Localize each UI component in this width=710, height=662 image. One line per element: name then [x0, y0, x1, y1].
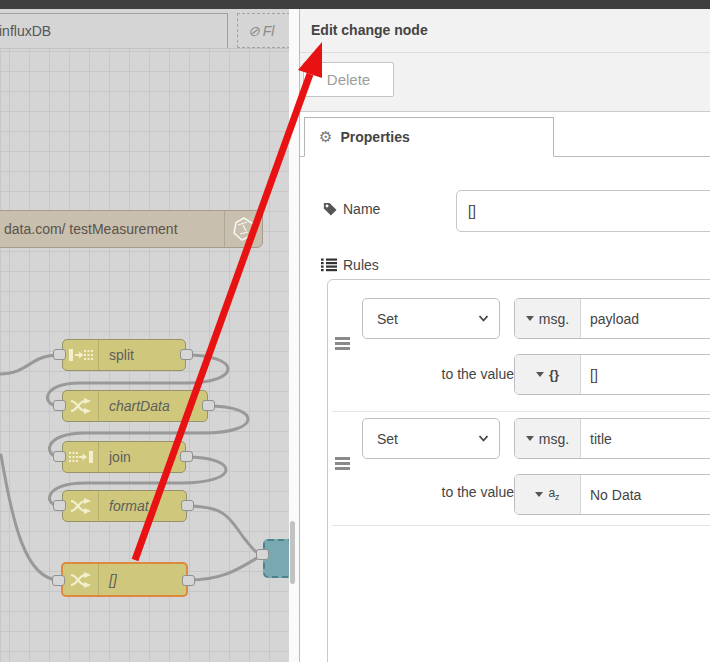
chevron-down-icon: [478, 435, 489, 442]
rule-property-input[interactable]: msg. payload: [514, 298, 710, 339]
flow-canvas[interactable]: influxDB ⊘ Fl data.com/ testMeasurement: [0, 9, 289, 662]
name-field-label: Name: [323, 201, 380, 217]
node-split[interactable]: split: [62, 339, 186, 371]
delete-button[interactable]: Delete: [303, 62, 394, 97]
gear-icon: ⚙: [319, 128, 332, 146]
port-input[interactable]: [53, 500, 66, 511]
rule-divider: [332, 525, 710, 526]
node-change-empty-array[interactable]: []: [61, 562, 188, 597]
tray-tabrow: ⚙ Properties: [300, 112, 710, 157]
port-output[interactable]: [180, 451, 193, 462]
caret-down-icon: [526, 316, 534, 321]
caret-down-icon: [536, 372, 544, 377]
canvas-scrollbar-track: [289, 9, 299, 662]
node-label: []: [99, 572, 117, 588]
port-input[interactable]: [53, 400, 66, 411]
list-icon: [321, 258, 337, 272]
rule-divider: [332, 411, 710, 412]
port-input[interactable]: [53, 451, 66, 462]
tag-icon: [323, 202, 337, 216]
editor-header-bar: [0, 0, 710, 9]
change-shuffle-icon: [63, 391, 99, 421]
node-label: join: [99, 449, 131, 465]
rule-value-input[interactable]: az No Data: [514, 474, 710, 515]
node-change-chartdata[interactable]: chartData: [62, 390, 208, 422]
port-output[interactable]: [182, 575, 195, 586]
node-label: format: [99, 498, 149, 514]
port-output[interactable]: [202, 400, 215, 411]
rule-action-select[interactable]: Set: [362, 418, 500, 459]
caret-down-icon: [535, 492, 543, 497]
change-shuffle-icon: [63, 564, 99, 595]
rule-drag-handle[interactable]: [335, 457, 350, 470]
node-label: data.com/ testMeasurement: [4, 221, 178, 237]
rules-section-label: Rules: [321, 257, 379, 273]
caret-down-icon: [526, 436, 534, 441]
influxdb-hexagon-icon: [224, 211, 262, 247]
join-icon: [63, 442, 99, 472]
canvas-scrollbar-thumb[interactable]: [290, 521, 295, 584]
node-join[interactable]: join: [62, 441, 186, 473]
edit-tray: Edit change node Delete ⚙ Properties Nam…: [299, 9, 710, 662]
typed-input-type-button[interactable]: {}: [515, 355, 581, 394]
change-shuffle-icon: [63, 491, 99, 521]
tray-title: Edit change node: [300, 9, 710, 52]
tab-properties-label: Properties: [340, 129, 409, 145]
split-icon: [63, 340, 99, 370]
node-change-format[interactable]: format: [62, 490, 187, 522]
string-type-icon: az: [548, 486, 559, 502]
node-red-editor: influxDB ⊘ Fl data.com/ testMeasurement: [0, 0, 710, 662]
typed-input-type-button[interactable]: az: [515, 475, 581, 514]
rule-drag-handle[interactable]: [335, 337, 350, 350]
json-type-icon: {}: [549, 367, 559, 382]
typed-input-type-button[interactable]: msg.: [515, 419, 581, 458]
tray-toolbar: Delete: [300, 53, 710, 112]
to-the-value-label: to the value: [362, 484, 514, 500]
typed-input-type-button[interactable]: msg.: [515, 299, 581, 338]
port-output[interactable]: [181, 500, 194, 511]
port-input[interactable]: [52, 575, 65, 586]
rule-value-input[interactable]: {} []: [514, 354, 710, 395]
rule-property-input[interactable]: msg. title: [514, 418, 710, 459]
tray-header: Edit change node: [300, 9, 710, 53]
chevron-down-icon: [478, 315, 489, 322]
rules-list: Set msg. payload to the value {} []: [327, 279, 710, 662]
name-input[interactable]: []: [456, 190, 710, 232]
port-output[interactable]: [180, 349, 193, 360]
port-input[interactable]: [256, 549, 269, 560]
to-the-value-label: to the value: [362, 366, 514, 382]
rule-action-select[interactable]: Set: [362, 298, 500, 339]
node-label: split: [99, 347, 134, 363]
node-label: chartData: [99, 398, 170, 414]
node-influxdb-out[interactable]: data.com/ testMeasurement: [0, 210, 263, 248]
tab-properties[interactable]: ⚙ Properties: [304, 117, 554, 157]
port-input[interactable]: [53, 349, 66, 360]
